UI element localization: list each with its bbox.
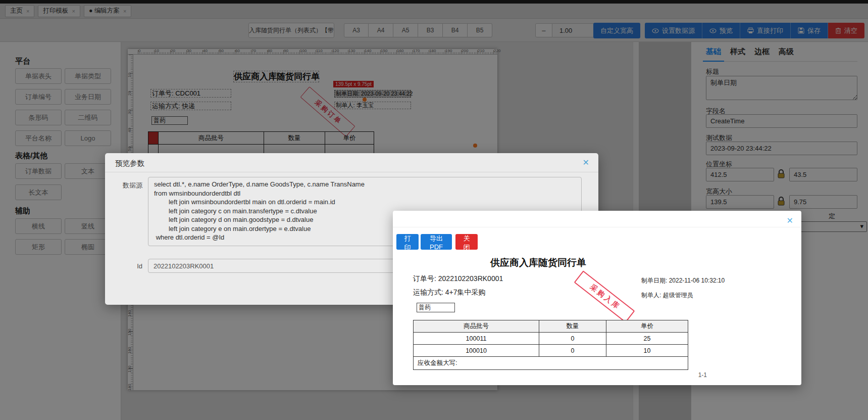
preview-doc-title: 供应商入库随货同行单	[412, 256, 665, 269]
preview-order-table: 商品批号 数量 单价 100011025100010010 应收金额大写:	[413, 320, 688, 370]
print-button[interactable]: 打印	[396, 234, 419, 250]
export-pdf-button[interactable]: 导出PDF	[421, 234, 452, 250]
preview-table-cell: 25	[606, 333, 688, 345]
preview-col-batch: 商品批号	[414, 320, 539, 333]
close-preview-button[interactable]: 关闭	[455, 234, 478, 250]
preview-make-date: 制单日期: 2022-11-06 10:32:10	[641, 276, 725, 285]
preview-col-qty: 数量	[539, 320, 606, 333]
preview-table-cell: 100010	[414, 345, 539, 357]
preview-stamp-purchase-inbound: 采 购 入 库	[574, 270, 635, 323]
preview-table-cell: 100011	[414, 333, 539, 345]
preview-transport: 运输方式: 4+7集中采购	[413, 288, 486, 297]
page-indicator: 1-1	[676, 371, 707, 379]
preview-table-cell: 0	[539, 333, 606, 345]
preview-table-footer: 应收金额大写:	[414, 357, 688, 370]
preview-order-no: 订单号: 2022102203RK0001	[413, 274, 503, 284]
preview-table-header-row: 商品批号 数量 单价	[414, 320, 688, 333]
preview-table-footer-row: 应收金额大写:	[414, 357, 688, 370]
preview-table-row: 100011025	[414, 333, 688, 345]
modal-header: ✕	[393, 211, 801, 227]
close-icon[interactable]: ✕	[787, 217, 793, 225]
preview-drug-type: 普药	[417, 303, 455, 312]
preview-maker: 制单人: 超级管理员	[641, 291, 693, 300]
preview-table-cell: 0	[539, 345, 606, 357]
preview-table-row: 100010010	[414, 345, 688, 357]
print-preview-modal: ✕ 打印 导出PDF 关闭 供应商入库随货同行单 订单号: 2022102203…	[393, 211, 801, 385]
preview-table-cell: 10	[606, 345, 688, 357]
print-template-designer: 主页 × 打印模板 × ● 编辑方案 × 入库随货同行单（列表式）【带 A3 A…	[0, 0, 868, 420]
preview-col-price: 单价	[606, 320, 688, 333]
